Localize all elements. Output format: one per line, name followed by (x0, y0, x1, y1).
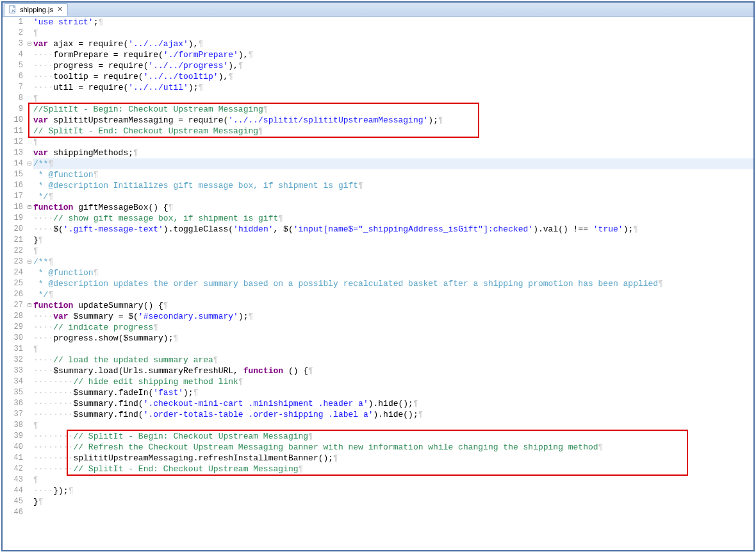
whitespace-marker: ···· (33, 355, 53, 365)
code-line[interactable]: ····tooltip = require('../../tooltip'),¶ (33, 71, 753, 82)
code-line[interactable]: //SplitIt - Begin: Checkout Upstream Mes… (33, 104, 753, 115)
code-line[interactable]: * @function¶ (33, 267, 753, 278)
code-line[interactable]: // SplitIt - End: Checkout Upstream Mess… (33, 126, 753, 137)
code-line[interactable]: var ajax = require('../../ajax'),¶ (33, 38, 753, 49)
whitespace-marker: ···· (33, 72, 53, 81)
code-line[interactable]: ········// SplitIt - Begin: Checkout Ups… (33, 431, 753, 442)
whitespace-marker: ········ (33, 464, 73, 474)
string-literal: '.order-totals-table .order-shipping .la… (144, 410, 374, 419)
code-text: , $( (274, 224, 293, 234)
code-line[interactable]: ····// show gift message box, if shipmen… (33, 213, 753, 224)
code-text: ), (218, 72, 229, 81)
code-line[interactable]: var splititUpstreamMessaging = require('… (33, 115, 753, 126)
fold-spacer (26, 431, 33, 442)
whitespace-marker: ¶ (308, 432, 313, 441)
code-line[interactable]: ¶ (33, 420, 753, 431)
comment-text: //SplitIt - Begin: Checkout Upstream Mes… (33, 105, 263, 114)
code-line[interactable]: ····var $summary = $('#secondary.summary… (33, 311, 753, 322)
line-number: 11 (3, 126, 23, 137)
fold-spacer (26, 409, 33, 420)
code-line[interactable]: ¶ (33, 344, 753, 355)
code-line[interactable]: * @description Initializes gift message … (33, 180, 753, 191)
code-text: ).val() !== (533, 224, 593, 234)
code-text: ).hide(); (368, 399, 413, 408)
code-line[interactable]: */¶ (33, 191, 753, 202)
code-line[interactable]: var shippingMethods;¶ (33, 147, 753, 158)
code-line[interactable]: ····formPrepare = require('./formPrepare… (33, 49, 753, 60)
whitespace-marker: ········ (33, 399, 73, 408)
code-line[interactable]: ········splititUpstreamMessaging.refresh… (33, 453, 753, 464)
doc-comment: /** (33, 159, 48, 169)
code-text: $( (53, 224, 63, 234)
code-line[interactable]: }¶ (33, 496, 753, 507)
code-line[interactable]: ¶ (33, 246, 753, 256)
fold-handle-icon[interactable]: ⊟ (26, 202, 33, 213)
fold-spacer (26, 191, 33, 202)
code-line[interactable] (33, 507, 753, 518)
fold-handle-icon[interactable]: ⊟ (26, 256, 33, 267)
code-line[interactable]: ········// SplitIt - End: Checkout Upstr… (33, 464, 753, 474)
code-text: tooltip = require( (53, 72, 143, 81)
code-line[interactable]: 'use strict';¶ (33, 17, 753, 28)
fold-spacer (26, 453, 33, 464)
code-line[interactable]: /**¶ (33, 158, 753, 169)
code-line[interactable]: */¶ (33, 289, 753, 300)
editor-window: JS shipping.js ✕ 12345678910111213141516… (1, 1, 755, 551)
line-number: 6 (3, 71, 23, 82)
code-line[interactable]: }¶ (33, 235, 753, 246)
code-line[interactable]: ····progress = require('../../progress')… (33, 60, 753, 71)
code-line[interactable]: function updateSummary() {¶ (33, 300, 753, 311)
code-text: progress = require( (53, 61, 148, 71)
whitespace-marker: ¶ (198, 83, 203, 92)
fold-handle-icon[interactable]: ⊟ (26, 158, 33, 169)
close-icon[interactable]: ✕ (57, 6, 63, 13)
fold-spacer (26, 213, 33, 224)
fold-handle-icon[interactable]: ⊟ (26, 300, 33, 311)
code-line[interactable]: ········$summary.find('.order-totals-tab… (33, 409, 753, 420)
fold-handle-icon[interactable]: ⊟ (26, 38, 33, 49)
whitespace-marker: ¶ (38, 235, 44, 245)
fold-spacer (26, 289, 33, 300)
code-line[interactable]: ····});¶ (33, 485, 753, 496)
code-line[interactable]: ····$('.gift-message-text').toggleClass(… (33, 224, 753, 235)
code-line[interactable]: ····progress.show($summary);¶ (33, 333, 753, 344)
whitespace-marker: ¶ (173, 333, 178, 343)
code-line[interactable]: ¶ (33, 474, 753, 485)
whitespace-marker: ········ (33, 410, 73, 419)
code-line[interactable]: ····$summary.load(Urls.summaryRefreshURL… (33, 365, 753, 376)
file-tab[interactable]: JS shipping.js ✕ (4, 3, 68, 16)
line-number: 46 (3, 507, 23, 518)
keyword: function (33, 301, 73, 310)
code-line[interactable]: ········// Refresh the Checkout Upstream… (33, 442, 753, 453)
fold-spacer (26, 485, 33, 496)
code-line[interactable]: function giftMessageBox() {¶ (33, 202, 753, 213)
line-number: 45 (3, 496, 23, 507)
code-line[interactable]: ¶ (33, 93, 753, 104)
whitespace-marker: ¶ (33, 246, 38, 256)
code-text: ), (188, 39, 199, 49)
whitespace-marker: ¶ (48, 257, 53, 267)
code-line[interactable]: ····// load the updated summary area¶ (33, 355, 753, 365)
code-area[interactable]: 'use strict';¶¶var ajax = require('../..… (33, 17, 753, 550)
code-line[interactable]: ¶ (33, 28, 753, 38)
comment-text: // SplitIt - Begin: Checkout Upstream Me… (73, 432, 308, 441)
line-number: 29 (3, 322, 23, 333)
code-line[interactable]: ¶ (33, 137, 753, 147)
code-line[interactable]: ········$summary.fadeIn('fast');¶ (33, 387, 753, 398)
code-line[interactable]: * @function¶ (33, 169, 753, 180)
line-number: 40 (3, 442, 23, 453)
code-line[interactable]: * @description updates the order summary… (33, 278, 753, 289)
line-number: 21 (3, 235, 23, 246)
folding-column[interactable]: ⊟⊟⊟⊟⊟ (26, 17, 33, 550)
code-editor[interactable]: 1234567891011121314151617181920212223242… (3, 17, 753, 550)
code-line[interactable]: ········$summary.find('.checkout-mini-ca… (33, 398, 753, 409)
whitespace-marker: ¶ (263, 105, 268, 114)
code-line[interactable]: ····util = require('../../util');¶ (33, 82, 753, 93)
code-line[interactable]: /**¶ (33, 256, 753, 267)
line-number: 5 (3, 60, 23, 71)
line-number: 38 (3, 420, 23, 431)
code-line[interactable]: ····// indicate progress¶ (33, 322, 753, 333)
string-literal: 'true' (593, 224, 623, 234)
whitespace-marker: ¶ (98, 17, 103, 27)
code-line[interactable]: ········// hide edit shipping method lin… (33, 376, 753, 387)
